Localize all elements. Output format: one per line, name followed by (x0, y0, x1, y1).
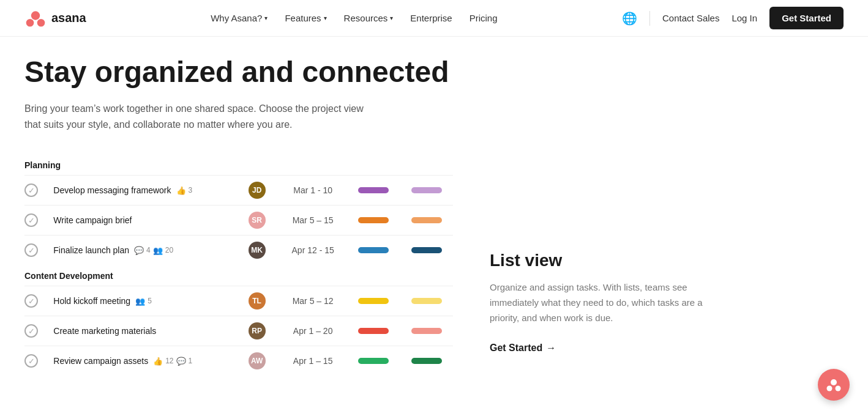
get-started-cta-link[interactable]: Get Started → (490, 343, 556, 354)
avatar-cell: SR (244, 206, 279, 235)
section-header: Planning (24, 154, 453, 176)
avatar: AW (249, 352, 266, 369)
avatar-cell: MK (244, 235, 279, 265)
task-name-text: Hold kickoff meeting (53, 296, 130, 306)
logo[interactable]: asana (24, 7, 86, 29)
task-meta: 👍3 (176, 186, 193, 195)
bar-indicator-2 (411, 298, 442, 304)
view-label: List view (490, 251, 844, 270)
main-content: Stay organized and connected Bring your … (0, 37, 868, 419)
task-bar-2 (400, 346, 454, 376)
check-icon: ✓ (24, 184, 38, 197)
task-name-text: Review campaign assets (53, 356, 148, 366)
task-name-text: Write campaign brief (53, 215, 132, 225)
section-title: Planning (24, 154, 453, 176)
nav-right-links: Contact Sales Log In (662, 13, 757, 23)
nav-enterprise[interactable]: Enterprise (410, 13, 452, 23)
bar-indicator-2 (411, 187, 442, 193)
chevron-down-icon: ▾ (390, 15, 393, 21)
avatar: RP (249, 322, 266, 339)
task-name-cell: Create marketing materials (48, 316, 243, 346)
nav-why-asana[interactable]: Why Asana? ▾ (211, 13, 268, 23)
meta-value: 12 (165, 357, 173, 365)
bar-indicator-2 (411, 328, 442, 334)
nav-pricing[interactable]: Pricing (470, 13, 498, 23)
avatar: TL (249, 292, 266, 310)
task-date: Apr 1 – 15 (279, 346, 347, 376)
svg-point-2 (37, 18, 45, 26)
get-started-nav-button[interactable]: Get Started (769, 7, 844, 29)
meta-value: 5 (148, 297, 152, 305)
asana-logo-icon (24, 7, 47, 29)
nav-resources[interactable]: Resources ▾ (344, 13, 394, 23)
nav-links: Why Asana? ▾ Features ▾ Resources ▾ Ente… (211, 13, 497, 23)
nav-right: 🌐 Contact Sales Log In Get Started (622, 7, 844, 29)
task-checkbox[interactable]: ✓ (24, 286, 48, 316)
bar-indicator-2 (411, 358, 442, 364)
svg-point-0 (31, 11, 40, 20)
check-icon: ✓ (24, 294, 38, 308)
svg-point-5 (836, 386, 841, 391)
task-bar-2 (400, 316, 454, 346)
task-name-text: Create marketing materials (53, 326, 156, 336)
contact-sales-link[interactable]: Contact Sales (662, 13, 719, 23)
view-desc: Organize and assign tasks. With lists, t… (490, 280, 722, 325)
table-row[interactable]: ✓ Write campaign brief SRMar 5 – 15 (24, 206, 453, 235)
meta-icon: 💬 (134, 246, 144, 255)
nav-features[interactable]: Features ▾ (285, 13, 326, 23)
bar-indicator (358, 328, 389, 334)
logo-text: asana (51, 11, 86, 25)
chevron-down-icon: ▾ (264, 15, 268, 21)
meta-icon: 👥 (135, 297, 145, 306)
section-title: Content Development (24, 265, 453, 286)
hero-title: Stay organized and connected (24, 55, 453, 89)
task-name-cell: Hold kickoff meeting 👥5 (48, 286, 243, 316)
task-checkbox[interactable]: ✓ (24, 176, 48, 206)
task-bar-1 (347, 176, 400, 206)
bar-indicator (358, 247, 389, 253)
avatar-cell: TL (244, 286, 279, 316)
task-bar-2 (400, 286, 454, 316)
task-bar-1 (347, 235, 400, 265)
bar-indicator (358, 217, 389, 223)
task-checkbox[interactable]: ✓ (24, 235, 48, 265)
task-meta: 👍12💬1 (153, 357, 192, 366)
language-selector-button[interactable]: 🌐 (622, 11, 637, 26)
bar-indicator-2 (411, 217, 442, 223)
bar-indicator (358, 298, 389, 304)
chevron-down-icon: ▾ (324, 15, 327, 21)
task-meta: 💬4👥20 (134, 246, 173, 255)
meta-icon: 👍 (176, 186, 186, 195)
task-bar-1 (347, 286, 400, 316)
task-checkbox[interactable]: ✓ (24, 346, 48, 376)
login-link[interactable]: Log In (731, 13, 757, 23)
bar-indicator-2 (411, 247, 442, 253)
table-row[interactable]: ✓ Create marketing materials RPApr 1 – 2… (24, 316, 453, 346)
check-icon: ✓ (24, 213, 38, 227)
svg-point-4 (827, 386, 832, 391)
task-date: Apr 1 – 20 (279, 316, 347, 346)
check-icon: ✓ (24, 243, 38, 257)
table-row[interactable]: ✓ Finalize launch plan 💬4👥20 MKApr 12 - … (24, 235, 453, 265)
meta-icon: 👍 (153, 357, 163, 366)
check-icon: ✓ (24, 354, 38, 368)
meta-value: 4 (146, 246, 151, 254)
task-checkbox[interactable]: ✓ (24, 206, 48, 235)
table-row[interactable]: ✓ Review campaign assets 👍12💬1 AWApr 1 –… (24, 346, 453, 376)
nav-divider (649, 11, 650, 26)
task-date: Apr 12 - 15 (279, 235, 347, 265)
task-checkbox[interactable]: ✓ (24, 316, 48, 346)
task-date: Mar 5 – 12 (279, 286, 347, 316)
avatar: JD (249, 182, 266, 199)
table-row[interactable]: ✓ Hold kickoff meeting 👥5 TLMar 5 – 12 (24, 286, 453, 316)
asana-float-icon (825, 376, 842, 393)
meta-icon: 💬 (176, 357, 186, 366)
avatar-cell: RP (244, 316, 279, 346)
task-bar-2 (400, 235, 454, 265)
floating-action-button[interactable] (818, 369, 850, 401)
right-panel: List view Organize and assign tasks. Wit… (490, 55, 844, 419)
avatar-cell: JD (244, 176, 279, 206)
table-row[interactable]: ✓ Develop messaging framework 👍3 JDMar 1… (24, 176, 453, 206)
task-date: Mar 1 - 10 (279, 176, 347, 206)
task-table: Planning✓ Develop messaging framework 👍3… (24, 154, 453, 376)
